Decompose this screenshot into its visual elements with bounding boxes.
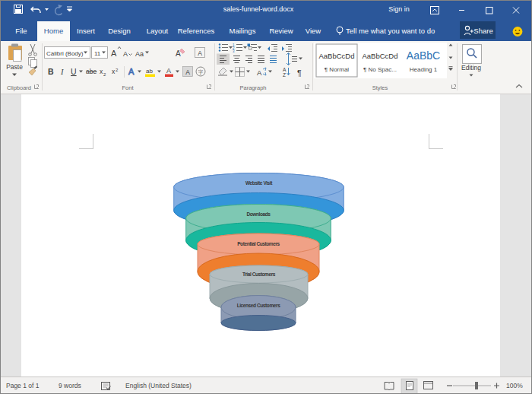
svg-text:3: 3: [233, 49, 235, 53]
svg-text:Paragraph: Paragraph: [239, 84, 266, 91]
svg-text:2: 2: [103, 72, 106, 77]
svg-text:ab: ab: [146, 68, 153, 75]
svg-text:Aa: Aa: [135, 50, 144, 58]
svg-text:AaBbCcDd: AaBbCcDd: [319, 52, 355, 60]
svg-text:Heading 1: Heading 1: [410, 66, 438, 73]
svg-text:Editing: Editing: [461, 64, 481, 71]
svg-text:Z: Z: [283, 72, 286, 78]
svg-text:A: A: [283, 67, 287, 72]
svg-text:AaBbC: AaBbC: [407, 49, 440, 62]
svg-text:Clipboard: Clipboard: [7, 84, 31, 91]
svg-text:¶ Normal: ¶ Normal: [325, 66, 350, 73]
svg-text:A: A: [198, 49, 202, 57]
svg-text:Potential Customers: Potential Customers: [237, 241, 280, 246]
svg-text:¶ No Spac...: ¶ No Spac...: [363, 66, 397, 73]
svg-text:Styles: Styles: [372, 84, 388, 91]
svg-text:Paste: Paste: [6, 63, 23, 71]
svg-text:字: 字: [198, 69, 204, 75]
svg-text:A: A: [111, 49, 117, 58]
svg-text:A: A: [185, 68, 190, 76]
svg-text:Downloads: Downloads: [246, 211, 271, 217]
svg-text:U: U: [71, 67, 77, 76]
svg-text:11: 11: [94, 50, 101, 57]
svg-text:A: A: [257, 68, 262, 77]
svg-text:I: I: [60, 68, 64, 76]
svg-text:Licensed Customers: Licensed Customers: [237, 303, 281, 308]
svg-text:¶: ¶: [297, 68, 302, 78]
svg-text:Calibri (Body): Calibri (Body): [46, 50, 84, 57]
svg-text:2: 2: [116, 68, 119, 72]
svg-text:Trial Customers: Trial Customers: [242, 272, 276, 277]
svg-text:abe: abe: [86, 68, 97, 75]
svg-text:Font: Font: [122, 84, 134, 91]
svg-text:AaBbCcDd: AaBbCcDd: [363, 52, 398, 60]
svg-text:A: A: [128, 67, 135, 76]
svg-text:A: A: [123, 50, 128, 58]
svg-text:A: A: [166, 67, 171, 75]
svg-text:Website Visit: Website Visit: [245, 180, 273, 186]
svg-text:B: B: [48, 67, 54, 76]
